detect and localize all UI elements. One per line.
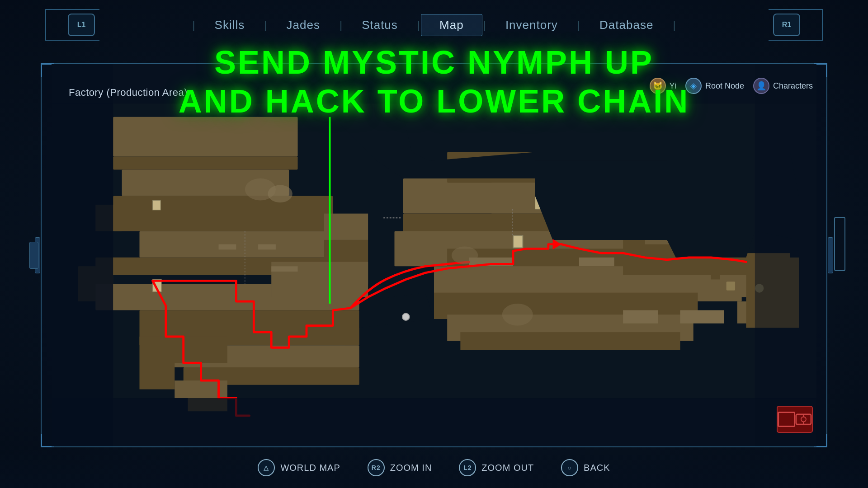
svg-rect-4 <box>113 196 333 231</box>
svg-rect-66 <box>755 64 816 446</box>
world-map-action[interactable]: △ WORLD MAP <box>258 459 340 476</box>
tab-inventory[interactable]: Inventory <box>487 14 576 36</box>
overlay-line1: SEND MYSTIC NYMPH UP <box>0 43 868 82</box>
zoom-in-action[interactable]: R2 ZOOM IN <box>368 459 432 476</box>
overlay-text-area: SEND MYSTIC NYMPH UP AND HACK TO LOWER C… <box>0 43 868 121</box>
right-outer-handle <box>834 217 845 271</box>
svg-point-61 <box>268 185 292 202</box>
svg-rect-32 <box>579 258 614 266</box>
nav-frame-left <box>45 9 99 41</box>
nav-sep-4: | <box>482 19 487 31</box>
nav-sep-3: | <box>416 19 421 31</box>
r2-button: R2 <box>368 459 385 476</box>
svg-rect-15 <box>139 363 175 389</box>
fast-travel-icon <box>795 412 812 427</box>
zoom-out-label: ZOOM OUT <box>481 463 534 473</box>
back-label: BACK <box>584 463 610 473</box>
r1-label: R1 <box>782 21 791 29</box>
svg-rect-42 <box>623 310 658 324</box>
svg-rect-64 <box>726 282 735 290</box>
tab-jades[interactable]: Jades <box>268 14 339 36</box>
r1-button[interactable]: R1 <box>773 14 800 36</box>
svg-rect-41 <box>460 332 680 350</box>
tab-map[interactable]: Map <box>421 14 482 36</box>
right-side-handle <box>828 237 833 273</box>
svg-rect-52 <box>535 117 667 161</box>
map-area[interactable]: Factory (Production Area) 🐱 Yi ◈ Root No… <box>42 64 826 446</box>
svg-rect-9 <box>153 200 161 210</box>
svg-rect-22 <box>258 244 276 250</box>
triangle-button: △ <box>258 459 275 476</box>
svg-point-62 <box>452 247 478 264</box>
nav-sep-5: | <box>576 19 581 31</box>
svg-point-70 <box>801 417 806 422</box>
map-svg <box>42 64 826 446</box>
nav-sep-6: | <box>672 19 676 31</box>
world-map-label: WORLD MAP <box>280 463 340 473</box>
nav-sep-1: | <box>263 19 268 31</box>
svg-rect-6 <box>139 231 333 258</box>
nav-sep-2: | <box>339 19 343 31</box>
circle-button: ○ <box>561 459 578 476</box>
svg-point-63 <box>502 304 533 326</box>
svg-rect-47 <box>513 235 523 248</box>
svg-point-55 <box>402 313 410 320</box>
bottom-action-bar: △ WORLD MAP R2 ZOOM IN L2 ZOOM OUT ○ BAC… <box>0 447 868 488</box>
svg-rect-65 <box>52 64 113 446</box>
zoom-in-label: ZOOM IN <box>390 463 432 473</box>
tab-database[interactable]: Database <box>581 14 672 36</box>
svg-rect-21 <box>219 244 236 250</box>
map-canvas[interactable] <box>42 64 826 446</box>
nav-sep-0: | <box>191 19 196 31</box>
svg-rect-2 <box>113 156 297 169</box>
tab-skills[interactable]: Skills <box>196 14 264 36</box>
overlay-line2: AND HACK TO LOWER CHAIN <box>0 82 868 121</box>
left-handle-tab <box>29 242 38 269</box>
zoom-out-action[interactable]: L2 ZOOM OUT <box>459 459 534 476</box>
l2-button: L2 <box>459 459 476 476</box>
svg-rect-68 <box>52 398 816 446</box>
top-navigation: L1 | Skills | Jades | Status | Map | Inv… <box>0 0 868 50</box>
back-action[interactable]: ○ BACK <box>561 459 610 476</box>
tab-status[interactable]: Status <box>343 14 416 36</box>
svg-rect-1 <box>113 117 297 157</box>
svg-rect-23 <box>271 266 297 272</box>
svg-rect-43 <box>680 310 724 324</box>
fast-travel-button[interactable] <box>777 406 813 433</box>
